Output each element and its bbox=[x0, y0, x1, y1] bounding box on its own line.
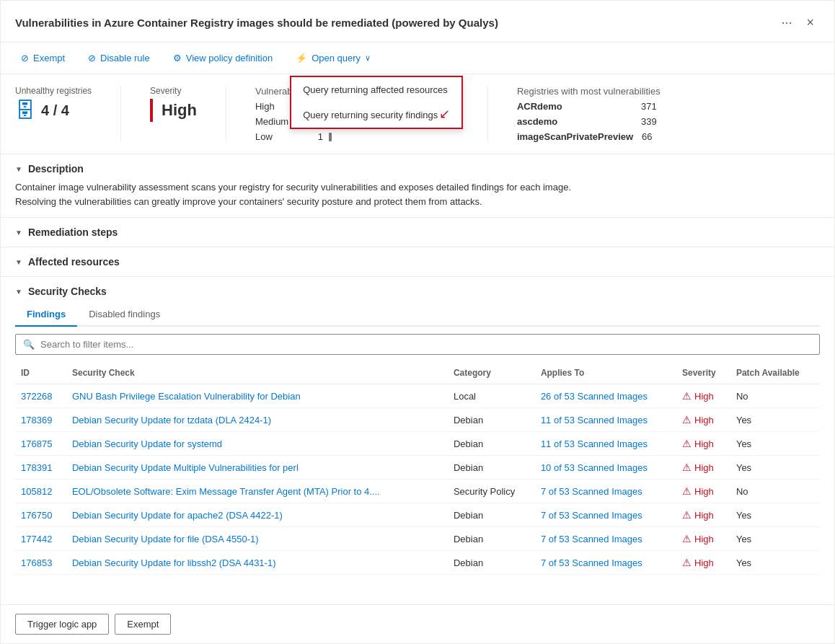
applies-link-4[interactable]: 7 of 53 Scanned Images bbox=[541, 486, 642, 497]
tab-findings[interactable]: Findings bbox=[15, 303, 77, 327]
cell-check-4: EOL/Obsolete Software: Exim Message Tran… bbox=[66, 480, 448, 503]
registry-name-3: imageScanPrivatePreview bbox=[517, 131, 633, 142]
check-link-6[interactable]: Debian Security Update for file (DSA 455… bbox=[72, 534, 259, 544]
id-link-3[interactable]: 178391 bbox=[21, 462, 52, 473]
exempt-button[interactable]: ⊘ Exempt bbox=[15, 50, 71, 66]
id-link-0[interactable]: 372268 bbox=[21, 391, 52, 402]
id-link-4[interactable]: 105812 bbox=[21, 486, 52, 497]
table-row: 105812 EOL/Obsolete Software: Exim Messa… bbox=[15, 480, 820, 503]
severity-icon-2: ⚠ bbox=[682, 438, 692, 449]
registry-count-3: 66 bbox=[642, 131, 652, 142]
applies-link-7[interactable]: 7 of 53 Scanned Images bbox=[541, 557, 642, 568]
close-button[interactable]: × bbox=[800, 12, 820, 33]
query-security-findings-item[interactable]: Query returning security findings ↙ bbox=[291, 102, 461, 128]
table-row: 178369 Debian Security Update for tzdata… bbox=[15, 408, 820, 432]
severity-label: Severity bbox=[150, 86, 197, 96]
search-input[interactable] bbox=[40, 339, 812, 350]
cell-category-2: Debian bbox=[448, 432, 535, 456]
check-link-3[interactable]: Debian Security Update Multiple Vulnerab… bbox=[72, 462, 299, 473]
applies-link-6[interactable]: 7 of 53 Scanned Images bbox=[541, 534, 642, 544]
severity-text-6: High bbox=[694, 534, 714, 544]
description-header[interactable]: ▼ Description bbox=[15, 163, 820, 175]
table-row: 178391 Debian Security Update Multiple V… bbox=[15, 456, 820, 480]
toolbar: ⊘ Exempt ⊘ Disable rule ⚙ View policy de… bbox=[1, 43, 834, 74]
cell-patch-6: Yes bbox=[730, 527, 820, 551]
applies-link-3[interactable]: 10 of 53 Scanned Images bbox=[541, 462, 648, 473]
cell-severity-1: ⚠ High bbox=[676, 408, 730, 432]
remediation-title: Remediation steps bbox=[28, 226, 118, 238]
affected-chevron: ▼ bbox=[15, 258, 22, 266]
severity-badge-1: ⚠ High bbox=[682, 414, 725, 425]
exempt-icon: ⊘ bbox=[21, 53, 29, 63]
applies-link-1[interactable]: 11 of 53 Scanned Images bbox=[541, 415, 648, 425]
more-options-button[interactable]: ··· bbox=[775, 12, 798, 33]
view-policy-button[interactable]: ⚙ View policy definition bbox=[167, 50, 278, 66]
open-query-button[interactable]: ⚡ Open query ∨ bbox=[290, 50, 376, 66]
registry-row-1: ACRdemo 371 bbox=[517, 101, 661, 112]
cell-id-4: 105812 bbox=[15, 480, 66, 503]
query-affected-resources-item[interactable]: Query returning affected resources bbox=[291, 77, 461, 102]
findings-table: ID Security Check Category Applies To Se… bbox=[15, 362, 820, 575]
id-link-7[interactable]: 176853 bbox=[21, 557, 52, 568]
cell-patch-4: No bbox=[730, 480, 820, 503]
table-row: 372268 GNU Bash Privilege Escalation Vul… bbox=[15, 384, 820, 408]
query-icon: ⚡ bbox=[296, 53, 307, 63]
cell-severity-0: ⚠ High bbox=[676, 384, 730, 408]
applies-link-2[interactable]: 11 of 53 Scanned Images bbox=[541, 438, 648, 449]
check-link-7[interactable]: Debian Security Update for libssh2 (DSA … bbox=[72, 557, 276, 568]
severity-text-4: High bbox=[694, 486, 714, 497]
cell-category-7: Debian bbox=[448, 551, 535, 575]
remediation-header[interactable]: ▼ Remediation steps bbox=[15, 226, 820, 238]
cell-check-5: Debian Security Update for apache2 (DSA … bbox=[66, 503, 448, 527]
open-query-dropdown: ⚡ Open query ∨ Query returning affected … bbox=[290, 50, 376, 66]
cell-applies-7: 7 of 53 Scanned Images bbox=[535, 551, 676, 575]
registry-count-1: 371 bbox=[641, 101, 657, 112]
applies-link-0[interactable]: 26 of 53 Scanned Images bbox=[541, 391, 648, 402]
low-count: 1 bbox=[301, 131, 323, 142]
id-link-1[interactable]: 178369 bbox=[21, 415, 52, 425]
severity-icon-4: ⚠ bbox=[682, 485, 692, 497]
security-checks-header[interactable]: ▼ Security Checks bbox=[15, 286, 820, 297]
affected-resources-header[interactable]: ▼ Affected resources bbox=[15, 256, 820, 268]
affected-resources-title: Affected resources bbox=[28, 256, 120, 268]
check-link-0[interactable]: GNU Bash Privilege Escalation Vulnerabil… bbox=[72, 391, 301, 402]
check-link-1[interactable]: Debian Security Update for tzdata (DLA 2… bbox=[72, 415, 271, 425]
applies-link-5[interactable]: 7 of 53 Scanned Images bbox=[541, 510, 642, 521]
severity-text-1: High bbox=[694, 415, 714, 425]
trigger-logic-app-button[interactable]: Trigger logic app bbox=[15, 614, 109, 635]
id-link-2[interactable]: 176875 bbox=[21, 438, 52, 449]
cell-patch-5: Yes bbox=[730, 503, 820, 527]
cell-patch-2: Yes bbox=[730, 432, 820, 456]
tab-disabled-findings[interactable]: Disabled findings bbox=[77, 303, 172, 327]
check-link-2[interactable]: Debian Security Update for systemd bbox=[72, 438, 222, 449]
disable-icon: ⊘ bbox=[88, 53, 96, 63]
header-actions: ··· × bbox=[775, 12, 820, 33]
check-link-4[interactable]: EOL/Obsolete Software: Exim Message Tran… bbox=[72, 486, 380, 497]
vuln-low-row: Low 1 bbox=[255, 131, 459, 142]
security-chevron: ▼ bbox=[15, 288, 22, 296]
severity-badge-4: ⚠ High bbox=[682, 485, 725, 497]
severity-badge-2: ⚠ High bbox=[682, 438, 725, 449]
policy-icon: ⚙ bbox=[173, 53, 182, 63]
cell-id-3: 178391 bbox=[15, 456, 66, 480]
footer-exempt-button[interactable]: Exempt bbox=[115, 614, 171, 635]
registry-icon: 🗄 bbox=[15, 99, 35, 123]
severity-icon-0: ⚠ bbox=[682, 390, 692, 402]
cell-category-3: Debian bbox=[448, 456, 535, 480]
registry-name-2: ascdemo bbox=[517, 116, 632, 127]
cell-patch-3: Yes bbox=[730, 456, 820, 480]
id-link-6[interactable]: 177442 bbox=[21, 534, 52, 544]
main-panel: Vulnerabilities in Azure Container Regis… bbox=[0, 0, 835, 644]
remediation-section: ▼ Remediation steps bbox=[1, 218, 834, 247]
severity-text-3: High bbox=[694, 462, 714, 473]
severity-icon-6: ⚠ bbox=[682, 533, 692, 544]
divider-2 bbox=[226, 86, 226, 142]
severity-icon-7: ⚠ bbox=[682, 557, 692, 568]
check-link-5[interactable]: Debian Security Update for apache2 (DSA … bbox=[72, 510, 283, 521]
id-link-5[interactable]: 176750 bbox=[21, 510, 52, 521]
disable-rule-button[interactable]: ⊘ Disable rule bbox=[82, 50, 156, 66]
remediation-chevron: ▼ bbox=[15, 229, 22, 237]
cell-applies-2: 11 of 53 Scanned Images bbox=[535, 432, 676, 456]
cell-category-1: Debian bbox=[448, 408, 535, 432]
search-bar[interactable]: 🔍 bbox=[15, 334, 820, 355]
